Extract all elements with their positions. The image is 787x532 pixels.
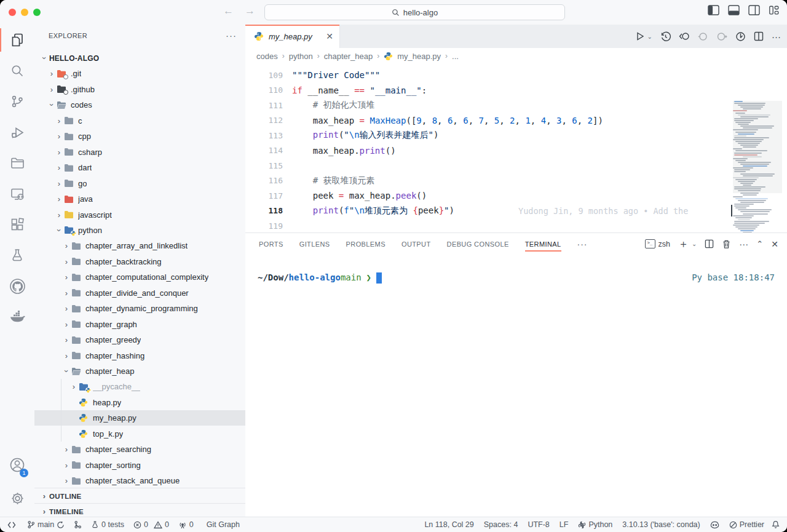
breadcrumb-item--[interactable]: ... [452, 52, 459, 61]
breadcrumb-item-python[interactable]: python [289, 52, 313, 61]
remote-indicator[interactable] [7, 521, 16, 529]
split-terminal-icon[interactable] [705, 239, 714, 248]
code-line-116[interactable]: 116 # 获取堆顶元素 [245, 173, 733, 189]
tree-item-csharp[interactable]: ›csharp [34, 145, 245, 160]
tab-close-icon[interactable]: ✕ [326, 31, 333, 41]
toggle-secondary-sidebar-icon[interactable] [748, 5, 760, 15]
run-dropdown-icon[interactable]: ⌄ [647, 33, 652, 40]
tree-item-codes[interactable]: ›codes [34, 97, 245, 113]
activity-testing-button[interactable] [0, 240, 34, 271]
tree-item-chapter-heap[interactable]: ›chapter_heap [34, 363, 245, 379]
indentation-status[interactable]: Spaces: 4 [484, 520, 518, 529]
close-window-button[interactable] [9, 9, 16, 16]
activity-docker-button[interactable] [0, 301, 34, 332]
kill-terminal-trash-icon[interactable] [722, 239, 731, 249]
activity-source-control-button[interactable] [0, 86, 34, 117]
code-line-115[interactable]: 115 [245, 158, 733, 173]
panel-tab-gitlens[interactable]: GITLENS [299, 233, 330, 255]
code-line-118[interactable]: 118 print(f"\n堆顶元素为 {peek}")Yudong Jin, … [245, 204, 733, 219]
panel-more-actions-icon[interactable]: ··· [739, 239, 748, 249]
terminal-prompt-line[interactable]: ~/Dow/hello-algo main❯ Py base 18:18:47 [258, 272, 775, 284]
eol-status[interactable]: LF [560, 520, 569, 529]
tree-item-heap-py[interactable]: heap.py [34, 395, 245, 410]
command-center-search[interactable]: hello-algo [264, 4, 565, 20]
terminal-shell-selector[interactable]: >_ zsh [645, 239, 670, 248]
timeline-section-header[interactable]: › TIMELINE [34, 503, 245, 517]
panel-tab-terminal[interactable]: TERMINAL [525, 233, 561, 255]
tree-item-chapter-divide-and-conquer[interactable]: ›chapter_divide_and_conquer [34, 285, 245, 301]
editor-more-actions-icon[interactable]: ··· [772, 31, 781, 42]
feedback-status[interactable]: 0 [178, 520, 194, 529]
tree-root-hello-algo[interactable]: ›HELLO-ALGO [34, 50, 245, 66]
tree-item-my-heap-py[interactable]: my_heap.py [34, 410, 245, 426]
sync-icon[interactable] [57, 521, 65, 529]
activity-remote-explorer-button[interactable] [0, 178, 34, 209]
close-panel-icon[interactable]: ✕ [771, 239, 778, 249]
git-graph-button[interactable]: Git Graph [207, 520, 240, 529]
toggle-sidebar-icon[interactable] [708, 5, 719, 15]
tree-item-chapter-greedy[interactable]: ›chapter_greedy [34, 332, 245, 347]
gitlens-compare-icon[interactable] [679, 31, 690, 41]
tree-item-chapter-computational-complexity[interactable]: ›chapter_computational_complexity [34, 269, 245, 285]
git-graph-icon-button[interactable] [74, 520, 82, 529]
activity-run-debug-button[interactable] [0, 117, 34, 148]
code-line-113[interactable]: 113 print("\n输入列表并建堆后") [245, 128, 733, 143]
tree-item-chapter-backtracking[interactable]: ›chapter_backtracking [34, 254, 245, 269]
tree-item-dart[interactable]: ›dart [34, 160, 245, 175]
tree-item-chapter-graph[interactable]: ›chapter_graph [34, 317, 245, 332]
breadcrumb-item-chapter-heap[interactable]: chapter_heap [324, 52, 373, 61]
terminal-dropdown-icon[interactable]: ⌄ [692, 240, 697, 247]
code-line-117[interactable]: 117 peek = max_heap.peek() [245, 188, 733, 204]
tab-my-heap[interactable]: my_heap.py ✕ [245, 25, 340, 48]
maximize-panel-icon[interactable]: ⌃ [756, 239, 763, 248]
minimize-window-button[interactable] [21, 9, 28, 16]
tree-item-python[interactable]: ›python [34, 223, 245, 238]
prettier-status[interactable]: Prettier [729, 520, 764, 529]
cursor-position-status[interactable]: Ln 118, Col 29 [424, 520, 473, 529]
breadcrumb-item-codes[interactable]: codes [256, 52, 278, 61]
panel-tab-problems[interactable]: PROBLEMS [346, 233, 386, 255]
copilot-status[interactable] [710, 521, 719, 529]
code-line-109[interactable]: 109"""Driver Code""" [245, 68, 733, 83]
tree-item-chapter-hashing[interactable]: ›chapter_hashing [34, 348, 245, 363]
code-line-110[interactable]: 110if __name__ == "__main__": [245, 83, 733, 98]
activity-project-manager-button[interactable] [0, 148, 34, 178]
language-mode-status[interactable]: Python [578, 520, 612, 529]
nav-back-icon[interactable]: ← [223, 5, 234, 17]
tree-item--github[interactable]: ›.github [34, 82, 245, 97]
panel-tab-debug-console[interactable]: DEBUG CONSOLE [447, 233, 509, 255]
tree-item-chapter-stack-and-queue[interactable]: ›chapter_stack_and_queue [34, 473, 245, 488]
tree-item-java[interactable]: ›java [34, 191, 245, 207]
nav-forward-icon[interactable]: → [245, 5, 255, 17]
activity-extensions-button[interactable] [0, 209, 34, 240]
panel-tab-output[interactable]: OUTPUT [401, 233, 431, 255]
tree-item--git[interactable]: ›.git [34, 66, 245, 81]
tree-item-c[interactable]: ›c [34, 113, 245, 129]
outline-section-header[interactable]: › OUTLINE [34, 488, 245, 504]
tree-item-chapter-array-and-linkedlist[interactable]: ›chapter_array_and_linkedlist [34, 238, 245, 253]
tree-item-cpp[interactable]: ›cpp [34, 129, 245, 144]
problems-status[interactable]: 0 0 [133, 520, 169, 529]
encoding-status[interactable]: UTF-8 [528, 520, 549, 529]
maximize-window-button[interactable] [33, 9, 41, 16]
activity-github-button[interactable] [0, 271, 34, 301]
breadcrumb-item-my-heap-py[interactable]: my_heap.py [397, 52, 441, 61]
activity-explorer-button[interactable] [0, 25, 34, 55]
accounts-button[interactable]: 1 [0, 448, 34, 482]
tree-item-chapter-dynamic-programming[interactable]: ›chapter_dynamic_programming [34, 301, 245, 316]
code-line-119[interactable]: 119 [245, 218, 733, 232]
minimap[interactable] [733, 101, 782, 232]
tree-item-chapter-sorting[interactable]: ›chapter_sorting [34, 458, 245, 473]
run-python-file-button[interactable] [635, 31, 645, 41]
tree-item-chapter-searching[interactable]: ›chapter_searching [34, 442, 245, 457]
tree-item-go[interactable]: ›go [34, 176, 245, 191]
minimap-slider[interactable] [733, 101, 782, 193]
toggle-panel-icon[interactable] [728, 5, 740, 15]
tree-item-top-k-py[interactable]: top_k.py [34, 426, 245, 442]
code-line-111[interactable]: 111 # 初始化大顶堆 [245, 98, 733, 113]
panel-tab-ports[interactable]: PORTS [259, 233, 283, 255]
split-editor-icon[interactable] [754, 31, 764, 41]
gitlens-graph-icon[interactable] [735, 31, 746, 42]
code-line-112[interactable]: 112 max_heap = MaxHeap([9, 8, 6, 6, 7, 5… [245, 113, 733, 129]
new-terminal-button[interactable]: ＋ [678, 237, 689, 251]
